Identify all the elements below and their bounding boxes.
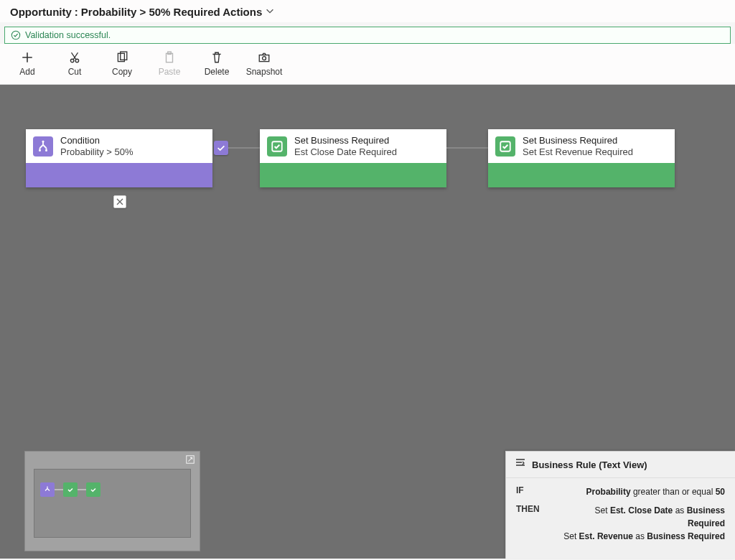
condition-node[interactable]: Condition Probability > 50% xyxy=(26,129,212,187)
false-branch-badge[interactable] xyxy=(113,195,126,208)
if-label: IF xyxy=(516,485,559,498)
delete-button[interactable]: Delete xyxy=(200,50,234,77)
validation-message: Validation successful. xyxy=(25,30,111,40)
action1-subtitle: Est Close Date Required xyxy=(294,146,397,158)
snapshot-button[interactable]: Snapshot xyxy=(247,50,281,77)
rule-name: Probability > 50% Required Actions xyxy=(81,6,262,18)
toolbar: Add Cut Copy Paste Delete Snapshot xyxy=(0,44,735,85)
svg-point-9 xyxy=(42,140,45,142)
true-branch-badge[interactable] xyxy=(214,141,228,155)
copy-label: Copy xyxy=(112,67,132,77)
action2-title: Set Business Required xyxy=(523,135,633,146)
action-node-1[interactable]: Set Business Required Est Close Date Req… xyxy=(260,129,446,187)
svg-point-10 xyxy=(39,149,41,151)
condition-expand-area[interactable] xyxy=(26,163,212,187)
mini-condition xyxy=(40,482,55,497)
snapshot-label: Snapshot xyxy=(246,67,283,77)
svg-rect-7 xyxy=(259,55,269,62)
then-label: THEN xyxy=(516,504,559,543)
condition-title: Condition xyxy=(60,135,134,146)
title-colon: : xyxy=(75,6,78,18)
action2-subtitle: Set Est Revenue Required xyxy=(523,146,633,158)
condition-subtitle: Probability > 50% xyxy=(60,146,134,158)
svg-point-11 xyxy=(45,149,47,151)
action-node-2[interactable]: Set Business Required Set Est Revenue Re… xyxy=(488,129,675,187)
text-view-icon xyxy=(515,457,526,472)
then-expression: Set Est. Close Date as Business Required… xyxy=(559,504,725,543)
paste-label: Paste xyxy=(159,67,181,77)
scissors-icon xyxy=(67,50,83,65)
action2-expand-area[interactable] xyxy=(488,163,675,187)
add-label: Add xyxy=(19,67,34,77)
copy-icon xyxy=(114,50,130,65)
trash-icon xyxy=(209,50,225,65)
plus-icon xyxy=(19,50,35,65)
svg-point-8 xyxy=(263,57,266,60)
action-check-icon xyxy=(267,136,287,157)
designer-canvas[interactable]: Condition Probability > 50% Set Business… xyxy=(0,85,735,559)
cut-button[interactable]: Cut xyxy=(57,50,92,77)
validation-bar: Validation successful. xyxy=(4,27,731,44)
condition-icon xyxy=(33,136,53,157)
mini-action-1 xyxy=(63,482,78,497)
connector-1 xyxy=(228,147,260,149)
chevron-down-icon[interactable] xyxy=(265,6,275,18)
paste-button: Paste xyxy=(152,50,187,77)
action1-expand-area[interactable] xyxy=(260,163,446,187)
text-view-panel[interactable]: Business Rule (Text View) IF Probability… xyxy=(505,451,735,559)
cut-label: Cut xyxy=(68,67,82,77)
mini-link-1 xyxy=(55,489,63,490)
delete-label: Delete xyxy=(205,67,230,77)
copy-button[interactable]: Copy xyxy=(105,50,139,77)
entity-name: Opportunity xyxy=(10,6,72,18)
rule-title-row[interactable]: Opportunity : Probability > 50% Required… xyxy=(10,6,725,18)
minimap[interactable] xyxy=(24,451,200,551)
action-check-icon xyxy=(495,136,515,157)
mini-action-2 xyxy=(86,482,100,497)
svg-point-0 xyxy=(11,31,19,39)
minimap-viewport[interactable] xyxy=(34,469,191,538)
text-view-title: Business Rule (Text View) xyxy=(532,459,647,470)
svg-rect-5 xyxy=(167,53,173,62)
connector-2 xyxy=(446,147,488,149)
page-header: Opportunity : Probability > 50% Required… xyxy=(0,0,735,22)
paste-icon xyxy=(161,50,177,65)
text-view-body: IF Probability greater than or equal 50 … xyxy=(506,478,735,559)
if-expression: Probability greater than or equal 50 xyxy=(559,485,725,498)
add-button[interactable]: Add xyxy=(10,50,45,77)
minimap-expand-icon[interactable] xyxy=(185,454,195,467)
action1-title: Set Business Required xyxy=(294,135,397,146)
camera-icon xyxy=(256,50,272,65)
success-check-icon xyxy=(11,30,21,40)
mini-link-2 xyxy=(78,489,86,490)
